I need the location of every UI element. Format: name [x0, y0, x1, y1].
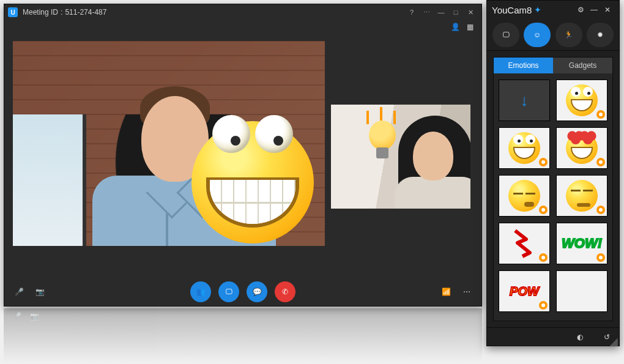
sticker-wow[interactable]: WOW! [556, 223, 607, 264]
download-icon: ↓ [521, 91, 529, 110]
item-badge-icon [539, 301, 548, 310]
item-badge-icon [539, 158, 548, 166]
emoji-laugh[interactable] [499, 127, 550, 169]
close-icon[interactable]: ✕ [601, 4, 614, 16]
item-badge-icon [596, 110, 605, 119]
signal-icon: 📶 [440, 286, 452, 298]
item-badge-icon [539, 206, 548, 214]
emoji-smirk[interactable] [556, 175, 607, 217]
reset-icon[interactable]: ↺ [600, 330, 614, 344]
meeting-titlebar[interactable]: U Meeting ID : 511-274-487 ? ⋯ — □ ✕ [4, 4, 481, 20]
emotions-grid: ↓ WOW!POW [494, 73, 612, 321]
camera-toggle-icon[interactable]: 📷 [34, 286, 46, 298]
participant-icon[interactable]: 👤 [450, 21, 461, 32]
emoji-silly[interactable] [556, 80, 607, 121]
video-area [4, 35, 481, 278]
youcam-tabs: EmotionsGadgets [494, 58, 612, 73]
video-feed-main[interactable] [13, 41, 325, 246]
maximize-icon[interactable]: □ [448, 6, 463, 18]
close-icon[interactable]: ✕ [463, 6, 478, 18]
youcam-version: 8 [527, 5, 532, 15]
crack-icon [509, 228, 540, 259]
sticker-pow[interactable]: POW [499, 270, 550, 312]
youcam-mode-bar: 🖵☺🏃✹ [487, 19, 619, 51]
youcam-footer: ◐ ↺ [487, 327, 619, 346]
minimize-icon[interactable]: — [587, 4, 601, 16]
youcam-plus-icon: ✦ [534, 5, 541, 15]
pow-label: POW [510, 284, 539, 299]
tab-gadgets[interactable]: Gadgets [553, 58, 612, 73]
item-badge-icon [539, 253, 548, 262]
more-icon[interactable]: ⋯ [461, 286, 473, 298]
youcam-content: EmotionsGadgets ↓ WOW!POW [493, 57, 613, 321]
sticker-blank[interactable] [556, 270, 607, 312]
chat-button[interactable]: 💬 [247, 281, 267, 302]
effects-mode-button[interactable]: ✹ [587, 23, 614, 47]
participants-icon: 👥 [196, 288, 206, 296]
item-badge-icon [596, 253, 605, 262]
meeting-window: U Meeting ID : 511-274-487 ? ⋯ — □ ✕ 👤 ▦ [4, 4, 482, 306]
meeting-subheader: 👤 ▦ [4, 20, 481, 35]
brightness-icon[interactable]: ◐ [573, 330, 587, 344]
emoji-love[interactable] [556, 127, 607, 169]
options-icon[interactable]: ⋯ [419, 6, 434, 18]
chat-icon: 💬 [253, 288, 262, 296]
sticker-crack[interactable] [499, 223, 550, 264]
layout-grid-icon[interactable]: ▦ [464, 21, 475, 32]
reflection-decoration: 🎤📷 [4, 308, 482, 362]
share-screen-button[interactable]: 🖵 [218, 281, 239, 302]
item-badge-icon [596, 158, 605, 166]
video-feed-pip[interactable] [331, 105, 470, 209]
hangup-button[interactable]: ✆ [275, 281, 295, 302]
help-icon[interactable]: ? [404, 6, 419, 18]
emotion-overlay-main [191, 121, 314, 243]
youcam-panel: YouCam8 ✦ ⚙ — ✕ 🖵☺🏃✹ EmotionsGadgets ↓ W… [486, 0, 620, 346]
emoji-sleepy[interactable] [499, 175, 550, 217]
wow-label: WOW! [562, 236, 602, 251]
youcam-titlebar[interactable]: YouCam8 ✦ ⚙ — ✕ [487, 1, 619, 19]
download-more[interactable]: ↓ [499, 80, 550, 121]
screen-icon: 🖵 [225, 288, 232, 296]
presentation-mode-button[interactable]: 🖵 [492, 23, 519, 47]
settings-icon[interactable]: ⚙ [574, 4, 587, 16]
youcam-title: YouCam [492, 5, 527, 15]
meeting-id-value: 511-274-487 [65, 8, 106, 17]
hangup-icon: ✆ [282, 288, 288, 296]
minimize-icon[interactable]: — [434, 6, 448, 18]
meeting-toolbar: 🎤 📷 👥 🖵 💬 ✆ 📶 ⋯ [4, 278, 481, 306]
tab-emotions[interactable]: Emotions [494, 58, 553, 73]
mic-toggle-icon[interactable]: 🎤 [13, 286, 25, 298]
app-icon: U [8, 7, 18, 17]
emotions-mode-button[interactable]: ☺ [524, 23, 551, 47]
emotion-overlay-pip [366, 121, 398, 165]
participants-button[interactable]: 👥 [190, 281, 211, 302]
meeting-title-prefix: Meeting ID [23, 8, 58, 17]
avatars-mode-button[interactable]: 🏃 [555, 23, 582, 47]
item-badge-icon [596, 206, 605, 214]
